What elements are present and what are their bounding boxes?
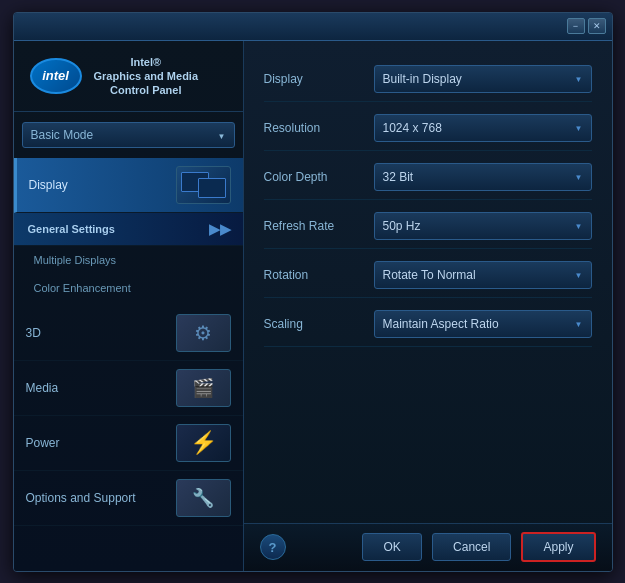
- display-dropdown[interactable]: Built-in Display: [374, 65, 592, 93]
- intel-logo: intel: [30, 58, 82, 94]
- color-depth-label: Color Depth: [264, 170, 374, 184]
- sidebar-item-multiple-displays[interactable]: Multiple Displays: [14, 246, 243, 274]
- apply-button[interactable]: Apply: [521, 532, 595, 562]
- scaling-label: Scaling: [264, 317, 374, 331]
- sidebar-item-general-settings[interactable]: General Settings ▶▶: [14, 213, 243, 246]
- media-thumbnail: 🎬: [176, 369, 231, 407]
- resolution-dropdown[interactable]: 1024 x 768: [374, 114, 592, 142]
- bottom-bar: ? OK Cancel Apply: [244, 523, 612, 571]
- mode-dropdown-arrow: [218, 128, 226, 142]
- display-control: Built-in Display: [374, 65, 592, 93]
- sidebar-item-color-enhancement[interactable]: Color Enhancement: [14, 274, 243, 302]
- app-title: Intel® Graphics and Media Control Panel: [94, 55, 199, 98]
- refresh-rate-dropdown[interactable]: 50p Hz: [374, 212, 592, 240]
- general-settings-arrow: ▶▶: [209, 221, 231, 237]
- sidebar-item-display[interactable]: Display: [14, 158, 243, 213]
- rotation-label: Rotation: [264, 268, 374, 282]
- setting-row-resolution: Resolution 1024 x 768: [264, 106, 592, 151]
- refresh-rate-control: 50p Hz: [374, 212, 592, 240]
- refresh-rate-label: Refresh Rate: [264, 219, 374, 233]
- display-label: Display: [264, 72, 374, 86]
- resolution-dropdown-arrow: [575, 122, 583, 133]
- display-thumbnail: [176, 166, 231, 204]
- settings-area: Display Built-in Display Resolution 1024…: [244, 41, 612, 523]
- main-content: intel Intel® Graphics and Media Control …: [14, 41, 612, 571]
- color-depth-control: 32 Bit: [374, 163, 592, 191]
- scaling-dropdown[interactable]: Maintain Aspect Ratio: [374, 310, 592, 338]
- refresh-rate-dropdown-arrow: [575, 220, 583, 231]
- ok-button[interactable]: OK: [362, 533, 422, 561]
- rotation-dropdown[interactable]: Rotate To Normal: [374, 261, 592, 289]
- sidebar-item-options-support[interactable]: Options and Support 🔧: [14, 471, 243, 526]
- close-button[interactable]: ✕: [588, 18, 606, 34]
- sidebar-item-power[interactable]: Power ⚡: [14, 416, 243, 471]
- help-button[interactable]: ?: [260, 534, 286, 560]
- media-icon: 🎬: [192, 377, 214, 399]
- scaling-dropdown-arrow: [575, 318, 583, 329]
- minimize-button[interactable]: −: [567, 18, 585, 34]
- options-icon: 🔧: [192, 487, 214, 509]
- sidebar-item-media[interactable]: Media 🎬: [14, 361, 243, 416]
- options-thumbnail: 🔧: [176, 479, 231, 517]
- setting-row-refresh-rate: Refresh Rate 50p Hz: [264, 204, 592, 249]
- 3d-thumbnail: ⚙: [176, 314, 231, 352]
- rotation-control: Rotate To Normal: [374, 261, 592, 289]
- right-panel: Display Built-in Display Resolution 1024…: [244, 41, 612, 571]
- power-icon: ⚡: [190, 430, 217, 456]
- 3d-icon: ⚙: [194, 321, 212, 345]
- setting-row-rotation: Rotation Rotate To Normal: [264, 253, 592, 298]
- mode-selector[interactable]: Basic Mode: [22, 122, 235, 148]
- power-thumbnail: ⚡: [176, 424, 231, 462]
- sidebar-item-3d[interactable]: 3D ⚙: [14, 306, 243, 361]
- main-window: − ✕ intel Intel® Graphics and Media Cont…: [13, 12, 613, 572]
- rotation-dropdown-arrow: [575, 269, 583, 280]
- cancel-button[interactable]: Cancel: [432, 533, 511, 561]
- setting-row-scaling: Scaling Maintain Aspect Ratio: [264, 302, 592, 347]
- titlebar: − ✕: [14, 13, 612, 41]
- sidebar: intel Intel® Graphics and Media Control …: [14, 41, 244, 571]
- color-depth-dropdown[interactable]: 32 Bit: [374, 163, 592, 191]
- setting-row-display: Display Built-in Display: [264, 57, 592, 102]
- color-depth-dropdown-arrow: [575, 171, 583, 182]
- display-dropdown-arrow: [575, 73, 583, 84]
- scaling-control: Maintain Aspect Ratio: [374, 310, 592, 338]
- setting-row-color-depth: Color Depth 32 Bit: [264, 155, 592, 200]
- resolution-control: 1024 x 768: [374, 114, 592, 142]
- resolution-label: Resolution: [264, 121, 374, 135]
- nav-section: Display General Settings ▶▶ Multiple: [14, 158, 243, 570]
- sidebar-header: intel Intel® Graphics and Media Control …: [14, 41, 243, 113]
